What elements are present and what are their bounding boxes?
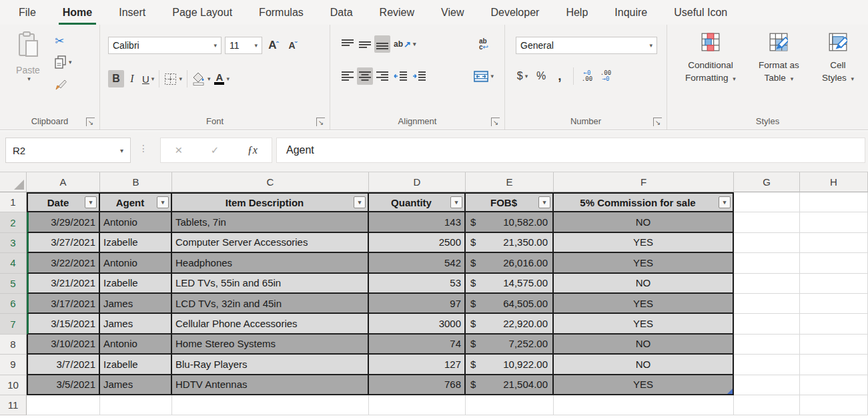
row-header-1[interactable]: 1 <box>0 192 27 212</box>
clipboard-dialog-launcher[interactable]: ↘ <box>86 118 95 126</box>
cell-A11[interactable] <box>27 395 100 415</box>
column-header-E[interactable]: E <box>466 172 554 192</box>
cell-B3[interactable]: Izabelle <box>100 233 172 253</box>
tab-data[interactable]: Data <box>317 0 366 25</box>
filter-button[interactable]: ▾ <box>85 196 97 208</box>
cell-F2[interactable]: NO <box>554 212 734 232</box>
cell-B11[interactable] <box>100 395 172 415</box>
row-header-2[interactable]: 2 <box>0 212 27 232</box>
tab-page-layout[interactable]: Page Layout <box>159 0 246 25</box>
accounting-format-button[interactable]: $ ▾ <box>514 67 530 85</box>
row-header-10[interactable]: 10 <box>0 375 27 395</box>
row-header-11[interactable]: 11 <box>0 395 27 415</box>
font-name-select[interactable]: Calibri ▾ <box>108 37 222 54</box>
increase-indent-button[interactable] <box>410 67 428 85</box>
cell-G6[interactable] <box>734 294 800 314</box>
filter-button[interactable]: ▾ <box>157 196 169 208</box>
cell-D5[interactable]: 53 <box>369 274 466 294</box>
cell-H5[interactable] <box>800 274 868 294</box>
cell-G10[interactable] <box>734 375 800 395</box>
cell-G4[interactable] <box>734 253 800 273</box>
row-header-4[interactable]: 4 <box>0 253 27 273</box>
cancel-button[interactable]: × <box>175 143 182 158</box>
cell-B2[interactable]: Antonio <box>100 212 172 232</box>
cell-styles-button[interactable]: CellStyles ▾ <box>818 31 858 87</box>
font-dialog-launcher[interactable]: ↘ <box>316 118 325 126</box>
cut-button[interactable]: ✂ <box>55 33 72 49</box>
header-cell-5-commission-for-sale[interactable]: 5% Commission for sale▾ <box>554 192 734 212</box>
increase-decimal-button[interactable]: ←0 .00 <box>579 67 595 85</box>
paste-button[interactable]: Paste ▾ <box>9 31 47 110</box>
merge-center-button[interactable]: ▾ <box>474 71 498 82</box>
cell-C6[interactable]: LCD TVs, 32in and 45in <box>172 294 369 314</box>
cell-A6[interactable]: 3/17/2021 <box>27 294 100 314</box>
cell-E3[interactable]: $21,350.00 <box>466 233 554 253</box>
cell-B9[interactable]: Izabelle <box>100 355 172 375</box>
tab-formulas[interactable]: Formulas <box>246 0 317 25</box>
cell-D7[interactable]: 3000 <box>369 314 466 334</box>
cell-C9[interactable]: Blu-Ray Players <box>172 355 369 375</box>
decrease-indent-button[interactable] <box>392 67 409 85</box>
cell-H6[interactable] <box>800 294 868 314</box>
header-cell-agent[interactable]: Agent▾ <box>100 192 172 212</box>
middle-align-button[interactable] <box>357 35 373 53</box>
comma-style-button[interactable]: , <box>552 67 568 85</box>
cell-G9[interactable] <box>734 355 800 375</box>
cell-F5[interactable]: NO <box>554 274 734 294</box>
cell-D9[interactable]: 127 <box>369 355 466 375</box>
font-color-button[interactable]: A ▾ <box>212 70 232 87</box>
cell-C4[interactable]: Headphones <box>172 253 369 273</box>
header-cell-date[interactable]: Date▾ <box>27 192 100 212</box>
cell-F8[interactable]: NO <box>554 335 734 355</box>
tab-developer[interactable]: Developer <box>477 0 552 25</box>
align-left-button[interactable] <box>340 67 356 85</box>
column-header-H[interactable]: H <box>800 172 868 192</box>
cell-H1[interactable] <box>800 192 868 212</box>
copy-button[interactable]: ▾ <box>55 54 72 70</box>
cell-D6[interactable]: 97 <box>369 294 466 314</box>
cell-E6[interactable]: $64,505.00 <box>466 294 554 314</box>
cell-F4[interactable]: YES <box>554 253 734 273</box>
decrease-font-size-button[interactable]: Aˇ <box>285 37 301 54</box>
decrease-decimal-button[interactable]: .00 →0 <box>598 67 614 85</box>
cell-A4[interactable]: 3/22/2021 <box>27 253 100 273</box>
top-align-button[interactable] <box>340 35 356 53</box>
increase-font-size-button[interactable]: Aˆ <box>266 37 282 54</box>
tab-inquire[interactable]: Inquire <box>601 0 661 25</box>
row-header-5[interactable]: 5 <box>0 274 27 294</box>
cell-F6[interactable]: YES <box>554 294 734 314</box>
cell-C10[interactable]: HDTV Antennas <box>172 375 369 395</box>
header-cell-quantity[interactable]: Quantity▾ <box>369 192 466 212</box>
cell-D2[interactable]: 143 <box>369 212 466 232</box>
tab-insert[interactable]: Insert <box>105 0 159 25</box>
cell-G3[interactable] <box>734 233 800 253</box>
formula-bar-resize-handle[interactable]: ⋮ <box>139 143 148 154</box>
cell-B8[interactable]: Antonio <box>100 335 172 355</box>
enter-button[interactable]: ✓ <box>211 144 220 156</box>
cell-E10[interactable]: $21,504.00 <box>466 375 554 395</box>
cell-E7[interactable]: $22,920.00 <box>466 314 554 334</box>
tab-file[interactable]: File <box>5 0 49 25</box>
filter-button[interactable]: ▾ <box>538 196 550 208</box>
cell-H2[interactable] <box>800 212 868 232</box>
cell-B10[interactable]: James <box>100 375 172 395</box>
cell-E2[interactable]: $10,582.00 <box>466 212 554 232</box>
cell-C7[interactable]: Cellular Phone Accessories <box>172 314 369 334</box>
cell-C2[interactable]: Tablets, 7in <box>172 212 369 232</box>
cell-B4[interactable]: Antonio <box>100 253 172 273</box>
cell-D10[interactable]: 768 <box>369 375 466 395</box>
cell-F3[interactable]: YES <box>554 233 734 253</box>
number-format-select[interactable]: General ▾ <box>516 37 657 54</box>
cell-H4[interactable] <box>800 253 868 273</box>
percent-style-button[interactable]: % <box>533 67 549 85</box>
cell-B5[interactable]: Izabelle <box>100 274 172 294</box>
cell-G2[interactable] <box>734 212 800 232</box>
cell-A7[interactable]: 3/15/2021 <box>27 314 100 334</box>
fill-color-button[interactable]: ▾ <box>190 70 213 87</box>
cell-E8[interactable]: $7,252.00 <box>466 335 554 355</box>
cell-F11[interactable] <box>554 395 734 415</box>
cell-G7[interactable] <box>734 314 800 334</box>
formula-input[interactable]: Agent <box>276 138 865 163</box>
column-header-C[interactable]: C <box>172 172 369 192</box>
wrap-text-button[interactable]: ab c↩ <box>479 38 498 50</box>
